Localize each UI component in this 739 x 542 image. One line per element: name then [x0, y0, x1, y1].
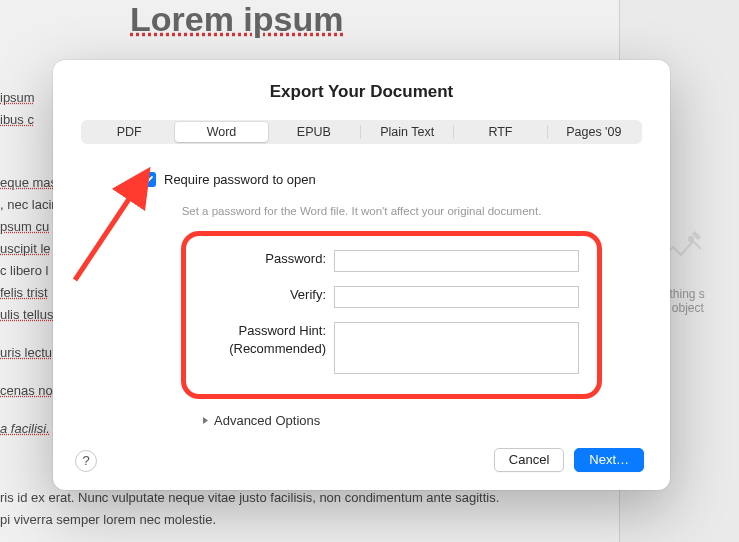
checkmark-icon	[143, 174, 154, 185]
format-tabs: PDF Word EPUB Plain Text RTF Pages '09	[81, 120, 642, 144]
require-password-checkbox[interactable]	[141, 172, 156, 187]
password-hint-input[interactable]	[334, 322, 579, 374]
tab-pages09[interactable]: Pages '09	[548, 122, 640, 142]
password-input[interactable]	[334, 250, 579, 272]
tab-epub[interactable]: EPUB	[268, 122, 360, 142]
verify-row: Verify:	[204, 286, 579, 308]
password-label: Password:	[204, 250, 334, 268]
tab-plain-text[interactable]: Plain Text	[361, 122, 453, 142]
advanced-options-disclosure[interactable]: Advanced Options	[201, 413, 642, 428]
password-hint-label: Password Hint: (Recommended)	[204, 322, 334, 358]
dialog-footer: Cancel Next…	[494, 448, 644, 472]
require-password-label: Require password to open	[164, 172, 316, 187]
cancel-button[interactable]: Cancel	[494, 448, 564, 472]
password-row: Password:	[204, 250, 579, 272]
next-button[interactable]: Next…	[574, 448, 644, 472]
annotation-highlight-box: Password: Verify: Password Hint: (Recomm…	[181, 231, 602, 399]
export-dialog: Export Your Document PDF Word EPUB Plain…	[53, 60, 670, 490]
require-password-row: Require password to open	[141, 172, 642, 187]
chevron-right-icon	[201, 413, 210, 428]
verify-input[interactable]	[334, 286, 579, 308]
tab-pdf[interactable]: PDF	[83, 122, 175, 142]
dialog-title: Export Your Document	[81, 82, 642, 102]
tab-rtf[interactable]: RTF	[454, 122, 546, 142]
password-hint-row: Password Hint: (Recommended)	[204, 322, 579, 374]
password-hint-text: Set a password for the Word file. It won…	[81, 205, 642, 217]
advanced-options-label: Advanced Options	[214, 413, 320, 428]
help-button[interactable]: ?	[75, 450, 97, 472]
verify-label: Verify:	[204, 286, 334, 304]
tab-word[interactable]: Word	[175, 122, 267, 142]
